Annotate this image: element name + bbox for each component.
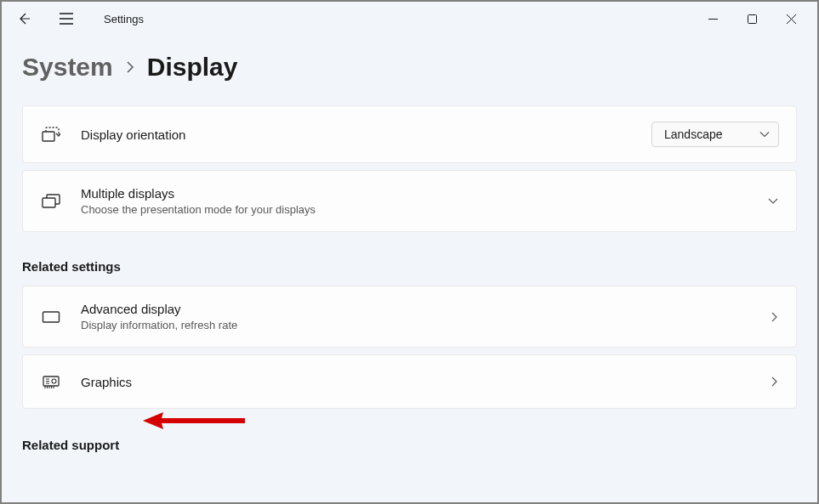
svg-rect-0	[748, 14, 756, 23]
row-text: Multiple displays Choose the presentatio…	[81, 186, 748, 216]
minimize-icon	[708, 14, 718, 24]
row-advanced-display[interactable]: Advanced display Display information, re…	[22, 286, 797, 348]
breadcrumb-current: Display	[147, 53, 238, 82]
minimize-button[interactable]	[693, 5, 732, 32]
maximize-icon	[748, 14, 757, 24]
close-button[interactable]	[771, 5, 810, 32]
row-control: Landscape	[651, 122, 779, 147]
menu-button[interactable]	[51, 3, 82, 34]
row-graphics[interactable]: Graphics	[22, 354, 797, 409]
row-text: Graphics	[81, 375, 752, 389]
orientation-value: Landscape	[664, 127, 723, 141]
app-title: Settings	[104, 13, 144, 25]
chevron-down-icon	[767, 197, 779, 206]
section-related-support: Related support	[22, 438, 797, 452]
expand-control	[767, 197, 779, 206]
content: Display orientation Landscape Multiple d…	[2, 105, 817, 452]
multiple-displays-icon	[40, 190, 62, 212]
section-related-settings: Related settings	[22, 259, 797, 274]
row-display-orientation[interactable]: Display orientation Landscape	[22, 105, 797, 163]
window-controls	[693, 5, 810, 32]
titlebar-left: Settings	[9, 3, 693, 34]
close-icon	[787, 14, 796, 24]
graphics-card-icon	[40, 371, 62, 393]
row-subtitle: Choose the presentation mode for your di…	[81, 203, 748, 216]
row-title: Advanced display	[81, 302, 752, 316]
row-title: Multiple displays	[81, 186, 748, 201]
breadcrumb-parent[interactable]: System	[22, 53, 113, 82]
navigate-control	[771, 376, 779, 388]
row-title: Display orientation	[81, 127, 633, 142]
chevron-down-icon	[759, 131, 770, 138]
row-text: Advanced display Display information, re…	[81, 302, 752, 331]
svg-rect-1	[43, 132, 54, 141]
chevron-right-icon	[771, 311, 779, 323]
chevron-right-icon	[771, 376, 779, 388]
breadcrumb: System Display	[2, 36, 817, 105]
row-text: Display orientation	[81, 127, 633, 142]
navigate-control	[771, 311, 779, 323]
hamburger-icon	[60, 13, 73, 25]
svg-rect-3	[43, 312, 60, 322]
monitor-icon	[40, 306, 62, 328]
chevron-right-icon	[125, 60, 135, 74]
orientation-select[interactable]: Landscape	[651, 122, 779, 147]
row-subtitle: Display information, refresh rate	[81, 319, 752, 331]
svg-point-5	[52, 379, 56, 383]
back-arrow-icon	[17, 12, 31, 25]
row-multiple-displays[interactable]: Multiple displays Choose the presentatio…	[22, 170, 797, 232]
row-title: Graphics	[81, 375, 752, 389]
orientation-icon	[40, 123, 62, 145]
maximize-button[interactable]	[732, 5, 771, 32]
svg-rect-2	[43, 198, 55, 207]
titlebar: Settings	[2, 2, 817, 36]
back-button[interactable]	[9, 3, 39, 34]
